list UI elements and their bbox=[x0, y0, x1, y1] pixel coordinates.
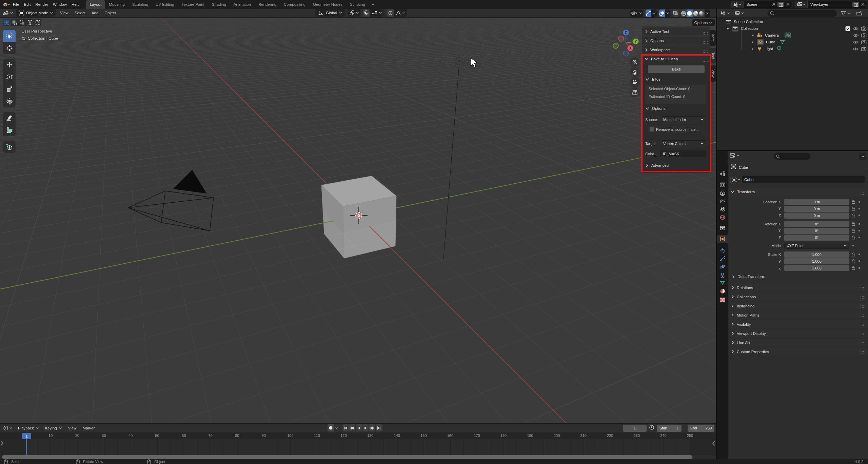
svg-text:X: X bbox=[629, 46, 631, 50]
svg-text:Z: Z bbox=[625, 31, 627, 35]
svg-text:Y: Y bbox=[634, 39, 637, 43]
